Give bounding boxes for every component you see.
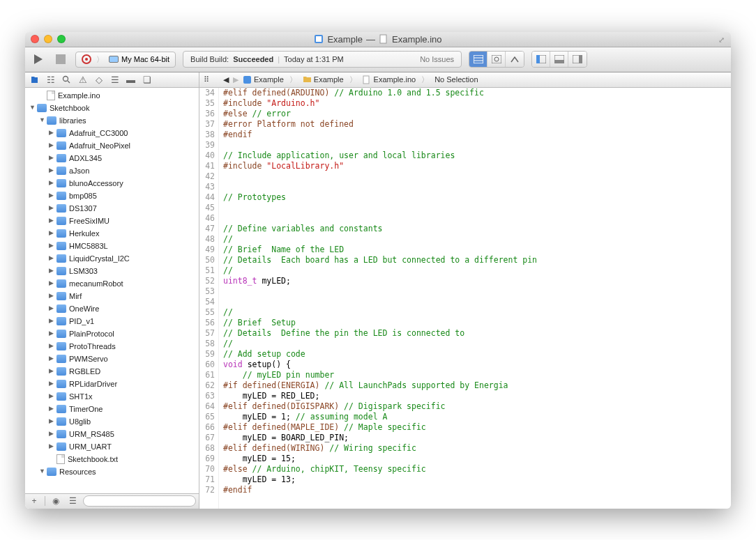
folder-item[interactable]: ▼Resources — [25, 465, 199, 478]
svg-line-17 — [68, 81, 70, 83]
folder-item[interactable]: ▶PlainProtocol — [25, 327, 199, 340]
svg-marker-3 — [34, 54, 43, 64]
stop-button[interactable] — [53, 52, 68, 67]
navigator-bar: ☷ ⚠ ◇ ☰ ▬ ❏ ⠿ ◀ ▶ Example 〉 Example 〉 Ex… — [25, 72, 731, 88]
sidebar: Example.ino▼Sketchbook▼libraries▶Adafrui… — [25, 88, 199, 509]
svg-point-16 — [63, 76, 68, 81]
editor[interactable]: 34 35 36 37 38 39 40 41 42 43 44 45 46 4… — [199, 88, 731, 509]
svg-rect-4 — [56, 54, 66, 64]
project-icon — [314, 34, 324, 44]
debug-navigator-icon[interactable]: ☰ — [109, 75, 120, 85]
svg-rect-18 — [243, 76, 251, 84]
main-body: Example.ino▼Sketchbook▼libraries▶Adafrui… — [25, 88, 731, 509]
filter-field[interactable] — [83, 495, 196, 507]
folder-item[interactable]: ▶U8glib — [25, 415, 199, 428]
toggle-utilities-button[interactable] — [568, 52, 587, 67]
code-area[interactable]: #elif defined(ARDUINO) // Arduino 1.0 an… — [219, 88, 731, 509]
svg-rect-19 — [363, 76, 369, 84]
folder-item[interactable]: ▶DS1307 — [25, 202, 199, 215]
toggle-navigator-button[interactable] — [532, 52, 550, 67]
breakpoint-navigator-icon[interactable]: ▬ — [126, 75, 136, 85]
svg-rect-13 — [554, 60, 564, 63]
test-navigator-icon[interactable]: ◇ — [93, 75, 104, 85]
target-icon — [82, 54, 91, 64]
jump-bar: ⠿ ◀ ▶ Example 〉 Example 〉 Example.ino 〉 … — [199, 75, 731, 85]
activity-status[interactable]: Build Build: Succeeded | Today at 1:31 P… — [183, 51, 462, 68]
sidebar-footer: + ◉ ☰ — [25, 493, 199, 509]
main-toolbar: 〉 My Mac 64-bit Build Build: Succeeded |… — [25, 47, 731, 72]
folder-item[interactable]: ▶FreeSixIMU — [25, 215, 199, 227]
add-button[interactable]: + — [28, 495, 40, 507]
svg-rect-8 — [492, 55, 501, 63]
forward-button[interactable]: ▶ — [233, 75, 239, 84]
gutter: 34 35 36 37 38 39 40 41 42 43 44 45 46 4… — [199, 88, 219, 509]
scm-button[interactable]: ☰ — [66, 495, 79, 507]
file-tree[interactable]: Example.ino▼Sketchbook▼libraries▶Adafrui… — [25, 88, 199, 493]
folder-item[interactable]: ▼Sketchbook — [25, 102, 199, 114]
panel-toggle-segment — [531, 51, 587, 68]
related-items-icon[interactable]: ⠿ — [204, 75, 209, 84]
svg-rect-15 — [579, 55, 582, 63]
folder-item[interactable]: ▶URM_RS485 — [25, 428, 199, 440]
folder-item[interactable]: ▶PID_v1 — [25, 315, 199, 327]
folder-item[interactable]: ▶OneWire — [25, 302, 199, 315]
symbol-navigator-icon[interactable]: ☷ — [45, 75, 56, 85]
crumb-folder[interactable]: Example — [303, 75, 344, 84]
version-editor-button[interactable] — [506, 52, 524, 67]
folder-item[interactable]: ▶ADXL345 — [25, 152, 199, 164]
folder-item[interactable]: ▶URM_UART — [25, 440, 199, 453]
folder-item[interactable]: ▶Herkulex — [25, 227, 199, 240]
titlebar[interactable]: Example — Example.ino ⤢ — [25, 32, 731, 47]
folder-item[interactable]: ▶blunoAccessory — [25, 177, 199, 190]
toggle-debug-button[interactable] — [550, 52, 568, 67]
svg-rect-2 — [380, 35, 386, 43]
window-title: Example — Example.ino — [25, 34, 731, 45]
folder-item[interactable]: ▶RGBLED — [25, 365, 199, 378]
standard-editor-button[interactable] — [469, 52, 487, 67]
folder-item[interactable]: ▶LiquidCrystal_I2C — [25, 252, 199, 265]
scheme-selector[interactable]: 〉 My Mac 64-bit — [75, 52, 176, 68]
folder-item[interactable]: ▶ProtoThreads — [25, 340, 199, 353]
crumb-file[interactable]: Example.ino — [363, 75, 416, 84]
xcode-window: Example — Example.ino ⤢ 〉 My Mac 64-bit … — [25, 32, 731, 509]
project-navigator-icon[interactable] — [29, 75, 40, 85]
folder-item[interactable]: ▶aJson — [25, 164, 199, 177]
crumb-project[interactable]: Example — [243, 75, 284, 84]
navigator-tabs: ☷ ⚠ ◇ ☰ ▬ ❏ — [25, 72, 199, 87]
log-navigator-icon[interactable]: ❏ — [142, 75, 152, 85]
svg-rect-1 — [316, 36, 322, 42]
file-item[interactable]: Example.ino — [25, 89, 199, 102]
folder-item[interactable]: ▶RPLidarDriver — [25, 378, 199, 390]
folder-item[interactable]: ▶Adafruit_NeoPixel — [25, 139, 199, 152]
folder-item[interactable]: ▶TimerOne — [25, 403, 199, 415]
svg-rect-11 — [536, 55, 540, 63]
back-button[interactable]: ◀ — [223, 75, 229, 84]
folder-item[interactable]: ▶HMC5883L — [25, 240, 199, 252]
folder-item[interactable]: ▶mecanumRobot — [25, 277, 199, 290]
crumb-selection[interactable]: No Selection — [434, 75, 478, 84]
file-icon — [379, 34, 388, 44]
folder-item[interactable]: ▶Adafruit_CC3000 — [25, 127, 199, 139]
assistant-editor-button[interactable] — [487, 52, 506, 67]
run-button[interactable] — [31, 52, 46, 67]
svg-rect-5 — [474, 55, 483, 63]
folder-item[interactable]: ▶PWMServo — [25, 353, 199, 365]
find-navigator-icon[interactable] — [61, 75, 72, 85]
folder-item[interactable]: ▶Mirf — [25, 290, 199, 302]
folder-item[interactable]: ▶bmp085 — [25, 190, 199, 202]
editor-mode-segment — [469, 51, 524, 68]
mac-icon — [109, 56, 119, 63]
folder-item[interactable]: ▶SHT1x — [25, 390, 199, 403]
fullscreen-icon[interactable]: ⤢ — [718, 36, 727, 44]
folder-item[interactable]: ▶LSM303 — [25, 265, 199, 277]
svg-point-9 — [494, 57, 499, 61]
folder-item[interactable]: ▼libraries — [25, 114, 199, 127]
file-item[interactable]: Sketchbook.txt — [25, 453, 199, 465]
issue-navigator-icon[interactable]: ⚠ — [77, 75, 88, 85]
recent-button[interactable]: ◉ — [50, 495, 62, 507]
